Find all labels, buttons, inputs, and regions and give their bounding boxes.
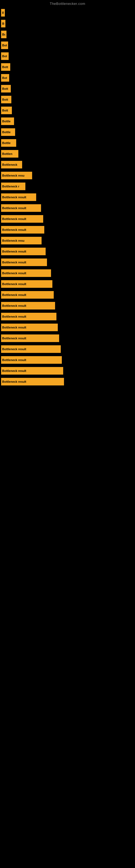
bar-21: Bottleneck result xyxy=(1,226,44,234)
bar-label-25: Bottleneck result xyxy=(2,272,26,275)
bar-row: Bottleneck result xyxy=(0,333,135,344)
bar-row: Bottleneck resu xyxy=(0,170,135,181)
site-title: TheBottlenecker.com xyxy=(0,0,135,7)
bar-label-19: Bottleneck result xyxy=(2,207,26,210)
bar-row: Bottleneck result xyxy=(0,376,135,387)
bar-label-10: Bott xyxy=(2,109,8,112)
bar-label-3: Bo xyxy=(2,33,5,36)
bar-29: Bottleneck result xyxy=(1,313,56,320)
bar-row: Bott xyxy=(0,105,135,116)
bar-row: Bot xyxy=(0,72,135,83)
bar-label-22: Bottleneck resu xyxy=(2,239,25,242)
bar-20: Bottleneck result xyxy=(1,215,43,223)
bar-label-24: Bottleneck result xyxy=(2,261,26,264)
bar-label-12: Bottle xyxy=(2,130,10,134)
bar-row: Bottleneck result xyxy=(0,311,135,322)
bar-5: Bot xyxy=(1,52,9,60)
bar-label-33: Bottleneck result xyxy=(2,358,26,362)
bar-35: Bottleneck result xyxy=(1,378,64,385)
bar-label-34: Bottleneck result xyxy=(2,369,26,372)
bar-25: Bottleneck result xyxy=(1,269,51,277)
bar-row: Bottleneck result xyxy=(0,203,135,214)
bar-row: Bottle xyxy=(0,137,135,148)
bar-9: Bott xyxy=(1,96,11,103)
bar-row: Bottle xyxy=(0,127,135,137)
bar-15: Bottleneck xyxy=(1,161,22,168)
bar-row: Bottleneck result xyxy=(0,365,135,376)
bar-label-15: Bottleneck xyxy=(2,163,17,166)
bar-row: Bottleneck result xyxy=(0,268,135,279)
bar-row: Bottleneck result xyxy=(0,279,135,289)
bar-row: Bottlen xyxy=(0,148,135,159)
bar-label-29: Bottleneck result xyxy=(2,315,26,318)
bar-row: Bot xyxy=(0,40,135,51)
bar-26: Bottleneck result xyxy=(1,280,52,288)
bar-label-30: Bottleneck result xyxy=(2,326,26,329)
bar-label-27: Bottleneck result xyxy=(2,293,26,297)
bar-label-4: Bot xyxy=(2,44,7,47)
bar-32: Bottleneck result xyxy=(1,345,61,353)
bar-label-17: Bottleneck r xyxy=(2,185,19,188)
bar-label-21: Bottleneck result xyxy=(2,228,26,231)
bar-1: B xyxy=(1,9,5,17)
bar-row: Bot xyxy=(0,51,135,62)
bar-row: Bottleneck result xyxy=(0,300,135,311)
bar-2: B xyxy=(1,20,5,27)
bar-row: Bott xyxy=(0,62,135,72)
bar-row: Bottleneck result xyxy=(0,322,135,333)
bar-row: Bottleneck result xyxy=(0,246,135,257)
bar-11: Bottle xyxy=(1,118,14,125)
bar-12: Bottle xyxy=(1,128,15,136)
bar-row: Bottleneck result xyxy=(0,344,135,354)
bar-6: Bott xyxy=(1,63,10,71)
bar-row: Bott xyxy=(0,94,135,105)
bar-label-6: Bott xyxy=(2,65,8,69)
bar-row: Bottleneck result xyxy=(0,257,135,268)
bar-28: Bottleneck result xyxy=(1,302,55,310)
bar-label-35: Bottleneck result xyxy=(2,380,26,383)
bar-3: Bo xyxy=(1,31,6,38)
bar-row: Bottleneck r xyxy=(0,181,135,192)
bar-34: Bottleneck result xyxy=(1,367,63,375)
bar-33: Bottleneck result xyxy=(1,356,62,364)
bar-row: B xyxy=(0,18,135,29)
bar-16: Bottleneck resu xyxy=(1,172,32,179)
bar-row: Bottleneck result xyxy=(0,192,135,203)
bar-label-9: Bott xyxy=(2,98,8,101)
bar-label-16: Bottleneck resu xyxy=(2,174,25,177)
bar-10: Bott xyxy=(1,106,12,114)
bar-row: Bott xyxy=(0,83,135,94)
bar-13: Bottle xyxy=(1,139,16,147)
bar-row: Bottleneck result xyxy=(0,289,135,300)
bar-31: Bottleneck result xyxy=(1,335,59,342)
bar-row: Bottleneck result xyxy=(0,354,135,365)
bar-label-31: Bottleneck result xyxy=(2,337,26,340)
bar-label-7: Bot xyxy=(2,76,7,80)
bar-row: Bottleneck xyxy=(0,159,135,170)
bar-label-20: Bottleneck result xyxy=(2,217,26,220)
bar-label-32: Bottleneck result xyxy=(2,347,26,351)
bar-row: Bo xyxy=(0,29,135,40)
bar-row: Bottle xyxy=(0,116,135,127)
bar-label-18: Bottleneck result xyxy=(2,195,26,199)
bar-17: Bottleneck r xyxy=(1,183,26,190)
bar-4: Bot xyxy=(1,41,8,49)
bar-label-13: Bottle xyxy=(2,141,10,145)
bar-label-5: Bot xyxy=(2,55,7,58)
bar-label-8: Bott xyxy=(2,87,8,90)
bar-label-26: Bottleneck result xyxy=(2,282,26,286)
bar-label-14: Bottlen xyxy=(2,152,12,155)
bar-label-28: Bottleneck result xyxy=(2,304,26,307)
bar-19: Bottleneck result xyxy=(1,204,41,212)
bar-row: B xyxy=(0,7,135,18)
bar-row: Bottleneck resu xyxy=(0,235,135,246)
bar-27: Bottleneck result xyxy=(1,291,54,299)
bar-22: Bottleneck resu xyxy=(1,237,42,244)
bar-23: Bottleneck result xyxy=(1,248,46,255)
bar-label-2: B xyxy=(2,22,4,25)
bar-24: Bottleneck result xyxy=(1,258,47,266)
bar-18: Bottleneck result xyxy=(1,193,36,201)
bar-row: Bottleneck result xyxy=(0,214,135,224)
bar-14: Bottlen xyxy=(1,150,18,158)
bar-7: Bot xyxy=(1,74,9,82)
